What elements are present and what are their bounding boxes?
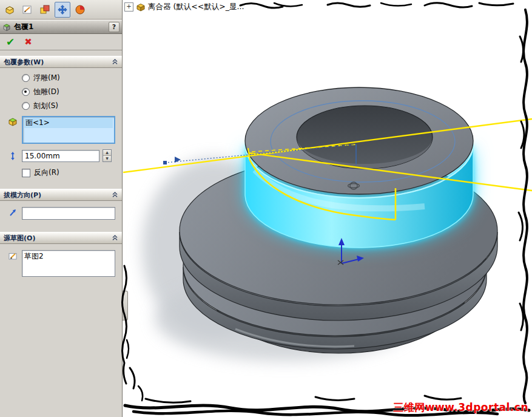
property-manager-titlebar: 包覆1 ? [0,20,122,34]
radio-scribe-label: 刻划(S) [33,101,58,111]
sketch-tool-icon[interactable] [19,2,35,18]
radio-row-emboss[interactable]: 浮雕(M) [0,71,122,85]
cancel-button[interactable]: ✖ [24,36,32,47]
face-selection-box[interactable]: 面<1> [22,116,115,144]
radio-row-deboss[interactable]: 蚀雕(D) [0,85,122,99]
render-tool-icon[interactable] [72,2,88,18]
panel-title: 包覆1 [14,22,33,32]
wrap-parameters-header[interactable]: 包覆参数(W) [0,56,122,68]
radio-deboss-label: 蚀雕(D) [33,87,59,97]
solidworks-window: + 离合器 (默认<<默认>_显... [0,0,532,417]
draft-direction-icon [7,207,18,218]
collapse-chevron-icon[interactable] [112,59,118,65]
source-sketch-body: 草图2 [0,244,122,283]
panel-actions: ✔ ✖ [0,34,122,50]
property-manager-panel: 包覆1 ? ✔ ✖ 包覆参数(W) 浮雕(M) 蚀雕(D [0,0,123,417]
panel-collapse-handle[interactable] [123,291,128,320]
collapse-chevron-icon[interactable] [112,235,118,241]
wrap-parameters-body: 浮雕(M) 蚀雕(D) 刻划(S) 面<1> [0,68,122,183]
radio-row-scribe[interactable]: 刻划(S) [0,99,122,113]
sketch-pencil-icon [7,250,18,261]
depth-input-row: 15.00mm ▲ ▼ [0,146,122,163]
panel-toolbar [0,0,122,19]
tree-part-label[interactable]: 离合器 (默认<<默认>_显... [148,2,244,12]
collapse-chevron-icon[interactable] [112,192,118,198]
draft-direction-group: 拔模方向(P) [0,189,122,226]
reverse-direction-label: 反向(R) [34,168,59,178]
radio-scribe[interactable] [22,102,30,110]
draft-direction-selection-box[interactable] [22,207,115,220]
face-selection-row: 面<1> [0,113,122,146]
spinner-up-button[interactable]: ▲ [103,150,111,156]
radio-emboss-label: 浮雕(M) [33,73,60,83]
draft-direction-header-label: 拔模方向(P) [4,191,41,200]
source-sketch-header-label: 源草图(O) [4,234,35,243]
reverse-direction-checkbox[interactable] [22,169,30,177]
help-button[interactable]: ? [109,22,120,32]
source-sketch-header[interactable]: 源草图(O) [0,232,122,244]
face-select-icon [7,116,18,127]
features-tool-icon[interactable] [2,2,18,18]
wrap-parameters-group: 包覆参数(W) 浮雕(M) 蚀雕(D) 刻划(S) [0,56,122,183]
radio-deboss[interactable] [22,88,30,96]
spinner-down-button[interactable]: ▼ [103,156,111,161]
face-selection-item[interactable]: 面<1> [24,118,113,128]
tree-expander-icon[interactable]: + [124,2,133,12]
reverse-direction-row[interactable]: 反向(R) [0,163,122,179]
move-tool-icon[interactable] [55,2,70,18]
draft-direction-header[interactable]: 拔模方向(P) [0,189,122,201]
sketch-point [163,161,167,164]
radio-emboss[interactable] [22,74,30,82]
wrap-feature-icon [2,23,11,32]
depth-spinner: ▲ ▼ [103,149,112,162]
draft-direction-body [0,201,122,226]
source-sketch-group: 源草图(O) 草图2 [0,232,122,283]
depth-icon [7,151,18,161]
feature-tree-flyout[interactable]: + 离合器 (默认<<默认>_显... [124,2,244,12]
ok-button[interactable]: ✔ [6,36,15,48]
watermark: 三维网www.3dportal.cn [393,401,528,415]
depth-input[interactable]: 15.00mm [22,150,99,162]
source-sketch-selection-box[interactable]: 草图2 [22,250,115,277]
part-icon [136,2,146,12]
wrap-parameters-header-label: 包覆参数(W) [4,58,44,67]
display-tool-icon[interactable] [37,2,53,18]
